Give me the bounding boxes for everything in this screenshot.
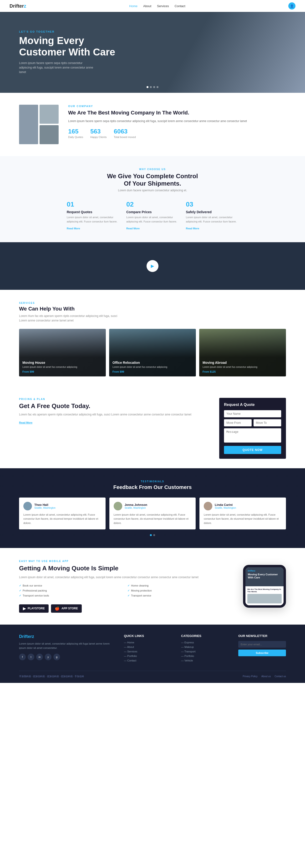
- app-feature-book: Book our service: [19, 584, 120, 587]
- about-section: OUR COMPANY We Are The Best Moving Compa…: [0, 93, 305, 156]
- stat-happy-clients: 563 Happy Clients: [90, 128, 107, 138]
- footer-privacy-policy[interactable]: Privacy Policy: [243, 675, 257, 678]
- nav-link-services[interactable]: Services: [157, 4, 169, 8]
- hero-description: Lorem ipsum facere sperm sepa riptis con…: [19, 61, 95, 75]
- footer-cat-makeup[interactable]: Makeup: [181, 646, 229, 648]
- testimonials-title: Feedback From Our Customers: [19, 484, 286, 490]
- why-read-more-1[interactable]: Read More: [67, 227, 80, 230]
- footer-cat-portfolio[interactable]: Portfolio: [181, 655, 229, 657]
- testimonial-dot-2[interactable]: [153, 534, 155, 536]
- quote-left-content: PRICING & PLAN Get A Free Quote Today. L…: [19, 398, 210, 425]
- hero-dot-1[interactable]: [146, 86, 148, 88]
- testimonials-section: TESTIMONIALS Feedback From Our Customers…: [0, 468, 305, 548]
- why-card-2: 02 Compare Prices Lorem ipsum dolor sit …: [126, 200, 179, 230]
- quote-message-input[interactable]: [224, 428, 281, 442]
- hero-dots: [146, 86, 159, 88]
- app-features: Book our service Professional packing Tr…: [19, 584, 229, 599]
- footer-link-contact[interactable]: Contact: [124, 659, 172, 662]
- phone-device: Drifterz Moving Every Customer With Care…: [243, 565, 286, 608]
- footer-cat-vehicle[interactable]: Vehicle: [181, 659, 229, 662]
- about-img-2: [39, 105, 59, 124]
- quote-from-input[interactable]: [224, 419, 252, 426]
- services-eyebrow: SERVICES: [19, 302, 286, 304]
- footer-cat-express[interactable]: Express: [181, 641, 229, 644]
- about-title: We Are The Best Moving Company In The Wo…: [68, 110, 286, 116]
- hero-dot-2[interactable]: [150, 86, 152, 88]
- why-cards: 01 Request Quotes Lorem ipsum dolor sit …: [19, 200, 286, 230]
- stat-boxes-moved: 6063 Total boxed moved: [114, 128, 136, 138]
- play-button[interactable]: ▶: [146, 260, 159, 272]
- newsletter-email-input[interactable]: [238, 641, 286, 648]
- app-features-col-2: Home cleaning Moving protection Transpor…: [128, 584, 229, 599]
- social-youtube[interactable]: y: [45, 654, 52, 660]
- footer-cat-transport[interactable]: Transport: [181, 650, 229, 653]
- avatar-linda-carini: [204, 502, 212, 510]
- footer-bottom-links: Privacy Policy About us Contact us: [243, 675, 286, 678]
- quote-section: PRICING & PLAN Get A Free Quote Today. L…: [0, 388, 305, 468]
- why-read-more-3[interactable]: Read More: [186, 227, 199, 230]
- footer-logo: Drifterz: [19, 634, 114, 639]
- footer-description: Lorem ipsum dolor sit amet, consectetur …: [19, 642, 114, 650]
- nav-link-contact[interactable]: Contact: [175, 4, 185, 8]
- hero-dot-4[interactable]: [157, 86, 159, 88]
- social-facebook[interactable]: f: [19, 654, 26, 660]
- services-section: SERVICES We Can Help You With Lorem Hum …: [0, 290, 305, 388]
- nav-user-icon[interactable]: 👤: [288, 2, 296, 9]
- hero-content: LET'S GO TOGETHER Moving Every Customer …: [0, 30, 134, 74]
- app-feature-transport-2: Transport service: [128, 594, 229, 597]
- navbar: Drifterz Home About Services Contact 👤: [0, 0, 305, 12]
- quote-submit-button[interactable]: QUOTE NOW: [224, 446, 281, 454]
- footer-link-services[interactable]: Services: [124, 650, 172, 653]
- app-feature-protection: Moving protection: [128, 589, 229, 592]
- footer-copyright: 手加我科拟 · 优加佳科拟 · 优加佳科拟 · 优加佳科拟 · 手加佳科: [19, 675, 84, 678]
- testimonial-author-2: Jenna Johnson Seattle, Washington: [114, 502, 192, 510]
- footer-link-about[interactable]: About: [124, 646, 172, 648]
- quote-read-more[interactable]: Read More: [19, 421, 32, 424]
- service-card-content-1: Moving House Lorem ipsum dolor sit amet …: [19, 358, 106, 376]
- phone-about-section: We Are The Best Moving Company In The Wo…: [245, 586, 283, 606]
- quote-description: Lorem fac ets aperam sperm riptis consec…: [19, 412, 210, 417]
- testimonial-author-3: Linda Carini Seattle, Washington: [204, 502, 282, 510]
- service-card-content-3: Moving Abroad Lorem ipsum dolor sit amet…: [199, 358, 286, 376]
- phone-screen: Drifterz Moving Every Customer With Care…: [245, 567, 283, 606]
- social-twitter[interactable]: t: [28, 654, 34, 660]
- testimonial-card-3: Linda Carini Seattle, Washington Lorem i…: [199, 498, 286, 530]
- nav-link-about[interactable]: About: [143, 4, 151, 8]
- why-read-more-2[interactable]: Read More: [126, 227, 140, 230]
- why-description: Lorem dum facere spermum consectetur adi…: [19, 189, 286, 192]
- about-stats: 165 Daily Quotes 563 Happy Clients 6063 …: [68, 128, 286, 138]
- newsletter-submit-button[interactable]: Subscribe: [238, 650, 286, 656]
- service-card-moving-house[interactable]: Moving House Lorem ipsum dolor sit amet …: [19, 329, 106, 376]
- social-google[interactable]: g: [53, 654, 60, 660]
- service-card-office-relocation[interactable]: Office Relocation Lorem ipsum dolor sit …: [109, 329, 196, 376]
- nav-link-home[interactable]: Home: [129, 4, 138, 8]
- app-eyebrow: EASY WAY TO USE MOBILE APP: [19, 560, 229, 562]
- quote-to-input[interactable]: [253, 419, 281, 426]
- footer-about-us[interactable]: About us: [261, 675, 271, 678]
- quote-name-input[interactable]: [224, 410, 281, 417]
- avatar-jenna-johnson: [114, 502, 122, 510]
- phone-hero-section: Drifterz Moving Every Customer With Care: [245, 567, 283, 586]
- quote-title: Get A Free Quote Today.: [19, 402, 210, 410]
- about-description: Lorem ipsum facere sperm sepa riptis con…: [68, 119, 286, 123]
- testimonial-dot-1[interactable]: [150, 534, 152, 536]
- appstore-button[interactable]: 🍎 APP STORE: [51, 604, 82, 613]
- footer-categories-title: CATEGORIES: [181, 634, 229, 638]
- playstore-button[interactable]: ▶ PLAYSTORE: [19, 604, 49, 613]
- hero-eyebrow: LET'S GO TOGETHER: [19, 30, 115, 33]
- footer-contact-us[interactable]: Contact us: [275, 675, 286, 678]
- service-card-moving-abroad[interactable]: Moving Abroad Lorem ipsum dolor sit amet…: [199, 329, 286, 376]
- phone-hero-title: Moving Every Customer With Care: [248, 573, 281, 579]
- app-feature-transport: Transport service tools: [19, 594, 120, 597]
- why-title: We Give You Complete ControlOf Your Ship…: [19, 173, 286, 187]
- app-description: Lorem ipsum dolor sit amet, consectetur …: [19, 575, 229, 580]
- footer-link-home[interactable]: Home: [124, 641, 172, 644]
- footer-link-portfolio[interactable]: Portfolio: [124, 655, 172, 657]
- social-linkedin[interactable]: in: [36, 654, 43, 660]
- app-buttons: ▶ PLAYSTORE 🍎 APP STORE: [19, 604, 229, 613]
- hero-dot-3[interactable]: [153, 86, 155, 88]
- play-icon: ▶: [23, 606, 26, 611]
- why-card-1: 01 Request Quotes Lorem ipsum dolor sit …: [67, 200, 119, 230]
- about-eyebrow: OUR COMPANY: [68, 105, 286, 107]
- author-info-2: Jenna Johnson Seattle, Washington: [124, 503, 147, 509]
